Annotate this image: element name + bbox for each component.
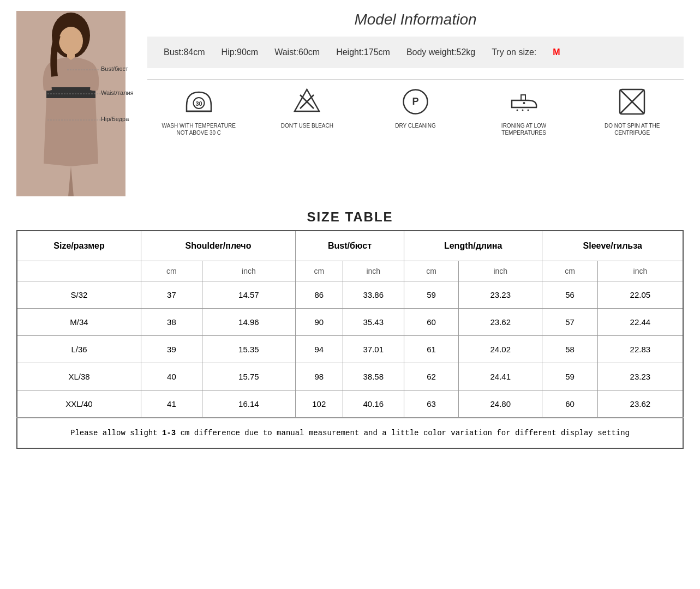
svg-point-19 [527, 109, 529, 111]
care-icon-iron-low: IRONING AT LOW TEMPERATURES [486, 85, 562, 136]
size-table-section: SIZE TABLE Size/размер Shoulder/плечо Bu… [16, 209, 684, 449]
model-left-panel: Bust/бюст Waist/талия Hip/Бедра [16, 11, 136, 199]
model-specs-box: Bust:84cm Hip:90cm Waist:60cm Height:175… [147, 37, 684, 68]
col-size: Size/размер [17, 231, 141, 261]
dry-clean-label: DRY CLEANING [395, 122, 436, 129]
table-cell: 57 [542, 309, 597, 336]
svg-rect-4 [46, 87, 95, 98]
unit-sleeve-cm: cm [542, 261, 597, 281]
svg-point-17 [516, 109, 518, 111]
table-cell: 60 [404, 309, 459, 336]
table-cell: XL/38 [17, 363, 141, 390]
svg-marker-11 [295, 89, 319, 111]
table-cell: 38.58 [343, 363, 404, 390]
dry-clean-icon: P [399, 85, 432, 118]
spec-waist: Waist:60cm [274, 47, 320, 57]
page-title: Model Information [147, 11, 684, 28]
table-cell: 61 [404, 336, 459, 363]
col-bust: Bust/бюст [295, 231, 404, 261]
table-row: S/323714.578633.865923.235622.05 [17, 281, 683, 309]
svg-rect-16 [521, 95, 525, 100]
care-icons-row: 30 WASH WITH TEMPERATURE NOT ABOVE 30 C [147, 79, 684, 142]
table-cell: 41 [141, 390, 202, 418]
table-cell: 39 [141, 336, 202, 363]
table-header-row: Size/размер Shoulder/плечо Bust/бюст Len… [17, 231, 683, 261]
table-cell: 23.62 [459, 309, 542, 336]
size-table: Size/размер Shoulder/плечо Bust/бюст Len… [16, 230, 684, 449]
unit-bust-in: inch [343, 261, 404, 281]
spec-try-on-label: Try on size: [492, 47, 536, 57]
table-cell: S/32 [17, 281, 141, 309]
table-cell: 60 [542, 390, 597, 418]
top-section: Bust/бюст Waist/талия Hip/Бедра Model In… [16, 11, 684, 199]
table-row: M/343814.969035.436023.625722.44 [17, 309, 683, 336]
waist-label: Waist/талия [101, 89, 134, 96]
svg-point-2 [59, 27, 83, 55]
table-cell: 63 [404, 390, 459, 418]
size-table-title: SIZE TABLE [16, 209, 684, 225]
iron-low-icon [507, 85, 540, 118]
table-cell: 23.23 [597, 363, 683, 390]
table-cell: 40 [141, 363, 202, 390]
table-cell: 58 [542, 336, 597, 363]
table-cell: 94 [295, 336, 343, 363]
table-cell: 62 [404, 363, 459, 390]
table-cell: 22.05 [597, 281, 683, 309]
spec-try-on-size: M [553, 47, 560, 57]
svg-point-18 [522, 109, 523, 111]
table-cell: 22.83 [597, 336, 683, 363]
care-icon-no-spin: DO NOT SPIN AT THE CENTRIFUGE [594, 85, 671, 136]
unit-length-in: inch [459, 261, 542, 281]
table-row: XL/384015.759838.586224.415923.23 [17, 363, 683, 390]
table-cell: 24.02 [459, 336, 542, 363]
no-spin-label: DO NOT SPIN AT THE CENTRIFUGE [594, 122, 671, 136]
table-cell: 16.14 [202, 390, 295, 418]
wash-icon: 30 [182, 85, 215, 118]
hip-label: Hip/Бедра [101, 116, 129, 122]
svg-point-20 [523, 102, 525, 104]
unit-shoulder-in: inch [202, 261, 295, 281]
unit-sleeve-in: inch [597, 261, 683, 281]
table-cell: 14.57 [202, 281, 295, 309]
waist-annotation: Waist/талия [101, 89, 134, 96]
right-info-area: Model Information Bust:84cm Hip:90cm Wai… [136, 11, 684, 142]
table-units-row: cm inch cm inch cm inch cm inch [17, 261, 683, 281]
spec-height: Height:175cm [336, 47, 390, 57]
unit-bust-cm: cm [295, 261, 343, 281]
table-cell: 24.80 [459, 390, 542, 418]
table-row: XXL/404116.1410240.166324.806023.62 [17, 390, 683, 418]
table-cell: 59 [404, 281, 459, 309]
table-cell: 14.96 [202, 309, 295, 336]
col-shoulder: Shoulder/плечо [141, 231, 295, 261]
bust-label: Bust/бюст [101, 65, 128, 72]
table-note-row: Please allow slight 1-3 cm difference du… [17, 418, 683, 448]
spec-hip: Hip:90cm [222, 47, 259, 57]
table-cell: 22.44 [597, 309, 683, 336]
svg-text:P: P [412, 96, 418, 107]
page-container: Bust/бюст Waist/талия Hip/Бедра Model In… [0, 0, 700, 589]
bust-annotation: Bust/бюст [101, 65, 128, 72]
table-cell: 35.43 [343, 309, 404, 336]
table-cell: 24.41 [459, 363, 542, 390]
table-cell: 15.35 [202, 336, 295, 363]
model-illustration [16, 11, 125, 196]
care-icon-no-bleach: DON'T USE BLEACH [269, 85, 345, 129]
spec-weight: Body weight:52kg [406, 47, 475, 57]
table-cell: 102 [295, 390, 343, 418]
col-length: Length/длина [404, 231, 542, 261]
no-bleach-label: DON'T USE BLEACH [281, 122, 333, 129]
no-bleach-icon [291, 85, 324, 118]
hip-annotation: Hip/Бедра [101, 116, 129, 122]
unit-shoulder-cm: cm [141, 261, 202, 281]
table-cell: 23.23 [459, 281, 542, 309]
table-cell: XXL/40 [17, 390, 141, 418]
table-cell: 86 [295, 281, 343, 309]
table-note: Please allow slight 1-3 cm difference du… [17, 418, 683, 448]
table-cell: 33.86 [343, 281, 404, 309]
table-cell: 59 [542, 363, 597, 390]
table-cell: M/34 [17, 309, 141, 336]
unit-length-cm: cm [404, 261, 459, 281]
col-sleeve: Sleeve/гильза [542, 231, 683, 261]
care-icon-wash: 30 WASH WITH TEMPERATURE NOT ABOVE 30 C [160, 85, 237, 136]
wash-label: WASH WITH TEMPERATURE NOT ABOVE 30 C [160, 122, 237, 136]
